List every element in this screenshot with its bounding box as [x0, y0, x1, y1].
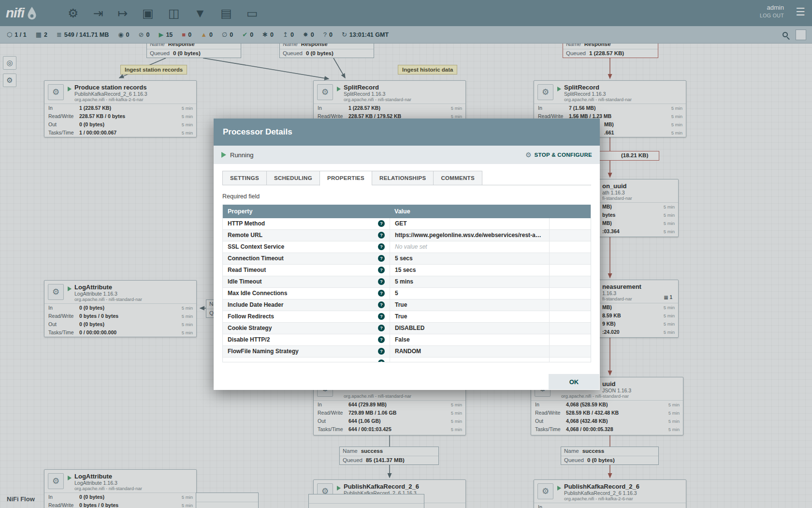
- filler-cell: [549, 311, 591, 322]
- property-row[interactable]: Max Idle Connections? 5: [223, 288, 591, 299]
- filler-cell: [549, 346, 591, 357]
- tab-scheduling[interactable]: SCHEDULING: [266, 171, 319, 185]
- stop-configure-button[interactable]: ⚙ STOP & CONFIGURE: [525, 151, 592, 159]
- column-property: Property: [223, 205, 390, 218]
- help-icon[interactable]: ?: [378, 359, 385, 362]
- required-field-note: Required field: [222, 193, 591, 200]
- property-value: 5 secs: [390, 253, 549, 264]
- property-name: Follow Redirects?: [223, 311, 390, 322]
- property-name-text: SSL Context Service: [228, 243, 284, 250]
- property-name: Max Idle Connections?: [223, 288, 390, 299]
- property-value: 5: [390, 288, 549, 299]
- property-name-text: FlowFile Naming Strategy: [228, 348, 299, 355]
- stop-configure-label: STOP & CONFIGURE: [535, 152, 592, 158]
- property-row[interactable]: SSL Context Service? No value set: [223, 241, 591, 253]
- column-value: Value: [390, 205, 549, 218]
- property-row[interactable]: Connection Timeout? 5 secs: [223, 253, 591, 265]
- property-name-text: Remote URL: [228, 232, 262, 239]
- property-value: RANDOM: [390, 346, 549, 357]
- property-row[interactable]: Idle Timeout? 5 mins: [223, 276, 591, 288]
- property-name-text: Include Date Header: [228, 301, 283, 308]
- table-header: Property Value: [223, 205, 591, 218]
- help-icon[interactable]: ?: [378, 325, 385, 331]
- property-row[interactable]: Disable HTTP/2? False: [223, 334, 591, 346]
- help-icon[interactable]: ?: [378, 278, 385, 285]
- processor-details-dialog: Processor Details Running ⚙ STOP & CONFI…: [214, 119, 600, 390]
- properties-table: Property Value HTTP Method? GET Remote U…: [222, 205, 591, 362]
- property-name-text: Disable HTTP/2: [228, 336, 270, 343]
- property-name: SSL Context Service?: [223, 241, 390, 253]
- dialog-status-bar: Running ⚙ STOP & CONFIGURE: [214, 146, 600, 164]
- filler-cell: [549, 265, 591, 276]
- help-icon[interactable]: ?: [378, 255, 385, 262]
- filler-cell: [549, 230, 591, 241]
- help-icon[interactable]: ?: [378, 232, 385, 239]
- property-name-text: Follow Redirects: [228, 313, 274, 320]
- help-icon[interactable]: ?: [378, 243, 385, 250]
- property-value: False: [390, 334, 549, 345]
- help-icon[interactable]: ?: [378, 348, 385, 355]
- dialog-tabs: SETTINGS SCHEDULING PROPERTIES RELATIONS…: [222, 171, 591, 185]
- property-row[interactable]: HTTP Method? GET: [223, 218, 591, 230]
- property-name: Disable HTTP/2?: [223, 334, 390, 345]
- help-icon[interactable]: ?: [378, 301, 385, 308]
- property-name: Idle Timeout?: [223, 276, 390, 287]
- property-name: Include Date Header?: [223, 299, 390, 311]
- filler-cell: [549, 334, 591, 345]
- property-name: Read Timeout?: [223, 265, 390, 276]
- tab-properties[interactable]: PROPERTIES: [319, 171, 372, 186]
- running-icon: [221, 152, 226, 158]
- property-name: Cookie Strategy?: [223, 323, 390, 334]
- filler-cell: [549, 299, 591, 311]
- property-value: [390, 358, 549, 362]
- tab-settings[interactable]: SETTINGS: [222, 171, 266, 185]
- property-name-text: Max Idle Connections: [228, 290, 287, 297]
- property-name: Remote URL?: [223, 230, 390, 241]
- property-value: True: [390, 299, 549, 311]
- table-body: HTTP Method? GET Remote URL? https://www…: [223, 218, 591, 362]
- help-icon[interactable]: ?: [378, 336, 385, 343]
- property-row[interactable]: ?: [223, 358, 591, 362]
- filler-cell: [549, 358, 591, 362]
- help-icon[interactable]: ?: [378, 290, 385, 297]
- ok-button[interactable]: OK: [549, 374, 599, 389]
- property-name: FlowFile Naming Strategy?: [223, 346, 390, 357]
- property-value: No value set: [390, 241, 549, 253]
- filler-cell: [549, 218, 591, 229]
- property-name: HTTP Method?: [223, 218, 390, 229]
- property-value: 15 secs: [390, 265, 549, 276]
- tab-relationships[interactable]: RELATIONSHIPS: [372, 171, 433, 185]
- property-row[interactable]: Read Timeout? 15 secs: [223, 265, 591, 276]
- help-icon[interactable]: ?: [378, 220, 385, 227]
- property-value: DISABLED: [390, 323, 549, 334]
- property-value: https://www.pegelonline.wsv.de/webservic…: [390, 230, 549, 241]
- dialog-title: Processor Details: [214, 119, 600, 146]
- property-name-text: HTTP Method: [228, 220, 265, 227]
- filler-cell: [549, 276, 591, 287]
- property-name-text: Idle Timeout: [228, 278, 261, 285]
- property-value: True: [390, 311, 549, 322]
- filler-cell: [549, 288, 591, 299]
- tab-comments[interactable]: COMMENTS: [433, 171, 482, 185]
- property-row[interactable]: Follow Redirects? True: [223, 311, 591, 323]
- run-state-label: Running: [230, 151, 253, 159]
- property-value: GET: [390, 218, 549, 229]
- filler-cell: [549, 241, 591, 253]
- help-icon[interactable]: ?: [378, 267, 385, 273]
- property-name-text: Cookie Strategy: [228, 325, 272, 331]
- stop-configure-icon: ⚙: [525, 151, 532, 159]
- property-name-text: Read Timeout: [228, 267, 266, 273]
- property-row[interactable]: Cookie Strategy? DISABLED: [223, 323, 591, 334]
- property-row[interactable]: Remote URL? https://www.pegelonline.wsv.…: [223, 230, 591, 241]
- help-icon[interactable]: ?: [378, 313, 385, 320]
- property-row[interactable]: Include Date Header? True: [223, 299, 591, 311]
- property-name: Connection Timeout?: [223, 253, 390, 264]
- property-name: ?: [223, 358, 390, 362]
- property-value: 5 mins: [390, 276, 549, 287]
- property-row[interactable]: FlowFile Naming Strategy? RANDOM: [223, 346, 591, 358]
- filler-cell: [549, 323, 591, 334]
- property-name-text: Connection Timeout: [228, 255, 284, 262]
- filler-cell: [549, 253, 591, 264]
